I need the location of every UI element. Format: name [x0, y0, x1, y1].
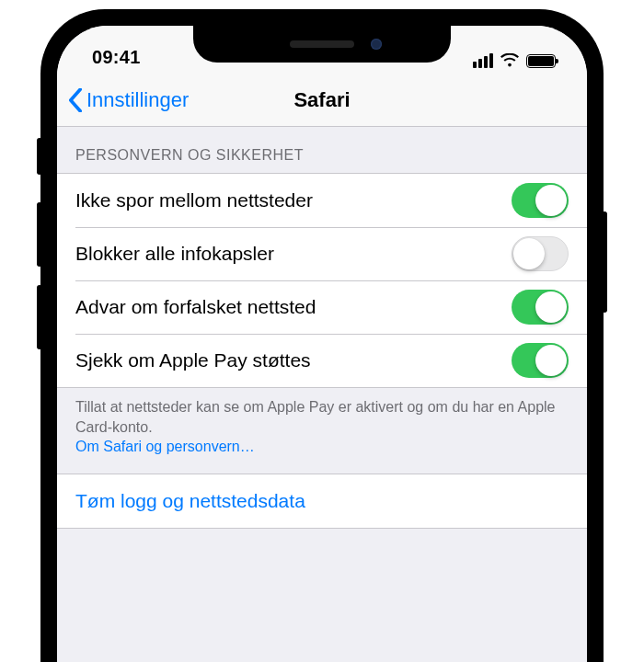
about-safari-privacy-link[interactable]: Om Safari og personvern…: [75, 439, 255, 454]
row-label: Tøm logg og nettstedsdata: [75, 490, 305, 512]
volume-up-button: [37, 202, 42, 267]
footer-description: Tillat at nettsteder kan se om Apple Pay…: [75, 399, 555, 435]
row-prevent-cross-site-tracking: Ikke spor mellom nettsteder: [57, 174, 587, 227]
row-check-apple-pay: Sjekk om Apple Pay støttes: [57, 334, 587, 387]
camera-icon: [371, 39, 382, 50]
toggle-block-all-cookies[interactable]: [512, 236, 569, 271]
privacy-security-list: Ikke spor mellom nettsteder Blokker alle…: [57, 173, 587, 388]
chevron-left-icon: [68, 88, 83, 112]
speaker-icon: [290, 40, 354, 48]
notch: [193, 26, 451, 63]
row-label: Advar om forfalsket nettsted: [75, 296, 316, 318]
side-button: [602, 211, 607, 313]
row-label: Ikke spor mellom nettsteder: [75, 189, 313, 211]
clear-data-list: Tøm logg og nettstedsdata: [57, 474, 587, 529]
status-time: 09:41: [92, 47, 141, 68]
volume-down-button: [37, 285, 42, 349]
back-button[interactable]: Innstillinger: [57, 88, 189, 112]
row-warn-fraudulent-website: Advar om forfalsket nettsted: [57, 280, 587, 334]
toggle-warn-fraudulent-website[interactable]: [512, 290, 569, 325]
back-label: Innstillinger: [86, 88, 189, 112]
section-header: PERSONVERN OG SIKKERHET: [57, 127, 587, 173]
toggle-check-apple-pay[interactable]: [512, 343, 569, 378]
section-footer: Tillat at nettsteder kan se om Apple Pay…: [57, 388, 587, 474]
battery-icon: [526, 54, 556, 68]
row-label: Blokker alle infokapsler: [75, 243, 274, 265]
toggle-prevent-cross-site-tracking[interactable]: [512, 183, 569, 218]
phone-frame: 09:41 Innstillinger Safari PERSONVERN OG…: [40, 9, 604, 662]
row-block-all-cookies: Blokker alle infokapsler: [57, 227, 587, 280]
silent-switch: [37, 138, 42, 175]
cellular-icon: [473, 53, 493, 68]
wifi-icon: [500, 53, 520, 68]
clear-history-data-button[interactable]: Tøm logg og nettstedsdata: [57, 474, 587, 528]
row-label: Sjekk om Apple Pay støttes: [75, 349, 311, 371]
navigation-bar: Innstillinger Safari: [57, 74, 587, 127]
